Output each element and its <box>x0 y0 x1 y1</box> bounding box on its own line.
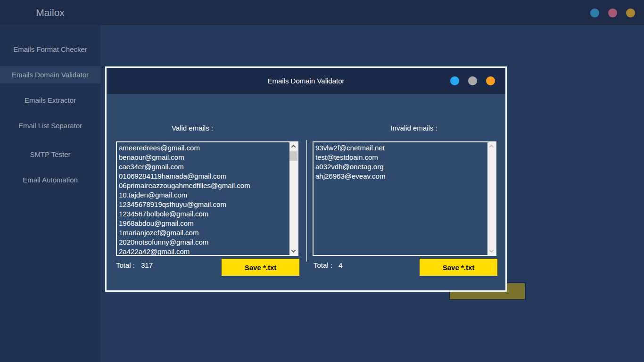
invalid-total-label: Total : <box>314 261 332 270</box>
email-item[interactable]: 93vlw2f@cnetmail.net <box>315 143 487 153</box>
email-item[interactable]: a032vdh@onetag.org <box>315 162 487 172</box>
scroll-down-icon[interactable] <box>487 247 495 255</box>
email-item[interactable]: 12345678919qsfhuyu@gmail.com <box>119 200 289 209</box>
save-valid-button[interactable]: Save *.txt <box>222 259 299 276</box>
panel-divider <box>306 140 307 262</box>
invalid-emails-list: 93vlw2f@cnetmail.net test@testdoain.com … <box>314 142 487 255</box>
maximize-icon[interactable] <box>608 8 617 17</box>
sidebar-item-label: Emails Format Checker <box>13 45 87 53</box>
save-invalid-button[interactable]: Save *.txt <box>420 259 497 276</box>
valid-total: Total : 317 <box>116 261 153 270</box>
dialog-titlebar: Emails Domain Validator <box>107 68 505 94</box>
emails-domain-validator-dialog: Emails Domain Validator Valid emails : I… <box>105 66 507 292</box>
invalid-emails-listbox[interactable]: 93vlw2f@cnetmail.net test@testdoain.com … <box>313 141 496 256</box>
email-item[interactable]: 1234567bolbole@gmail.com <box>119 209 289 219</box>
scroll-up-icon[interactable] <box>487 142 495 150</box>
email-item[interactable]: ahj26963@eveav.com <box>315 172 487 181</box>
email-item[interactable]: 1marianjozef@gmail.com <box>119 228 289 238</box>
email-item[interactable]: 06primaireazzougahmedfilles@gmail.com <box>119 181 289 190</box>
sidebar-item[interactable]: Emails Extractor <box>0 91 100 109</box>
valid-total-label: Total : <box>116 261 135 270</box>
email-item[interactable]: 1968abdou@gmail.com <box>119 219 289 228</box>
sidebar-item-label: Emails Extractor <box>25 96 76 104</box>
dialog-window-controls <box>450 76 495 85</box>
sidebar-item[interactable]: Emails Format Checker <box>0 41 100 58</box>
invalid-list-scrollbar[interactable] <box>487 142 495 255</box>
app-header: Mailox <box>0 0 644 25</box>
sidebar-item[interactable]: Email List Separator <box>0 117 100 134</box>
sidebar-menu: Emails Format Checker Emails Domain Vali… <box>0 25 100 189</box>
minimize-icon[interactable] <box>450 76 459 85</box>
sidebar-item[interactable]: SMTP Tester <box>0 146 100 163</box>
email-item[interactable]: 10.tajden@gmail.com <box>119 190 289 200</box>
scroll-down-icon[interactable] <box>289 247 297 255</box>
valid-emails-listbox[interactable]: ameeredrees@gmail.com benaour@gmail.com … <box>116 141 298 256</box>
dialog-title: Emails Domain Validator <box>107 68 505 94</box>
sidebar: Emails Format Checker Emails Domain Vali… <box>0 25 100 362</box>
sidebar-item-label: Email Automation <box>23 176 78 184</box>
sidebar-item-label: Email List Separator <box>18 122 82 130</box>
email-item[interactable]: test@testdoain.com <box>315 153 487 162</box>
sidebar-item[interactable]: Emails Domain Validator <box>0 66 100 83</box>
email-item[interactable]: 2a422a42@gmail.com <box>119 247 289 255</box>
invalid-total-value: 4 <box>339 261 342 270</box>
window-controls <box>590 8 635 17</box>
close-icon[interactable] <box>486 76 495 85</box>
valid-list-scrollbar[interactable] <box>289 142 297 255</box>
email-item[interactable]: cae34er@gmail.com <box>119 162 289 172</box>
email-item[interactable]: benaour@gmail.com <box>119 153 289 162</box>
sidebar-item[interactable]: Email Automation <box>0 171 100 189</box>
maximize-icon[interactable] <box>468 76 477 85</box>
sidebar-item-label: Emails Domain Validator <box>12 71 89 79</box>
scrollbar-thumb[interactable] <box>289 151 297 161</box>
invalid-emails-label: Invalid emails : <box>390 123 437 133</box>
email-item[interactable]: 2020notsofunny@gmail.com <box>119 238 289 247</box>
scroll-up-icon[interactable] <box>289 142 297 150</box>
valid-emails-label: Valid emails : <box>172 123 213 133</box>
sidebar-item-label: SMTP Tester <box>30 150 70 158</box>
minimize-icon[interactable] <box>590 8 599 17</box>
email-item[interactable]: ameeredrees@gmail.com <box>119 143 289 153</box>
close-icon[interactable] <box>626 8 635 17</box>
valid-emails-list: ameeredrees@gmail.com benaour@gmail.com … <box>117 142 289 255</box>
invalid-total: Total : 4 <box>314 261 342 270</box>
valid-total-value: 317 <box>141 261 153 270</box>
app-title: Mailox <box>0 0 100 25</box>
email-item[interactable]: 01069284119hamada@gmail.com <box>119 172 289 181</box>
